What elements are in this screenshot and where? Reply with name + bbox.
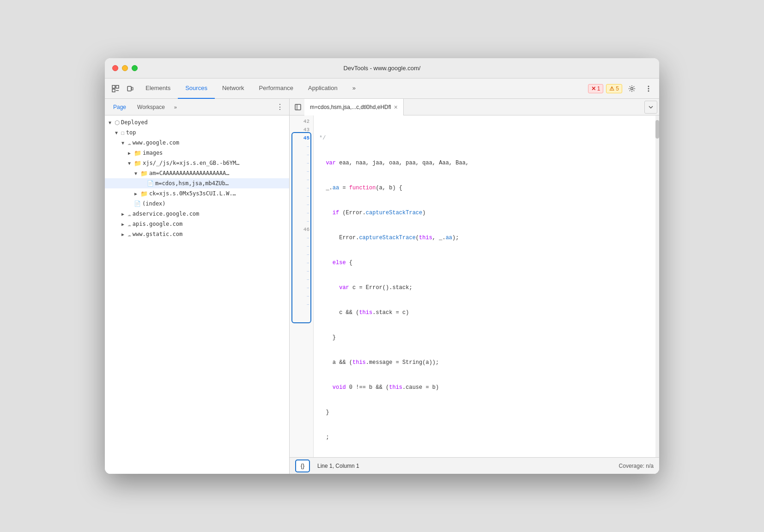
tree-item-top[interactable]: ▼ ☐ top	[105, 127, 289, 138]
inspect-icon[interactable]	[109, 82, 122, 96]
code-line-d4: var c = Error().stack;	[319, 284, 650, 292]
line-d9: –	[290, 209, 313, 217]
code-line-d6: }	[319, 333, 650, 342]
line-d11: –	[290, 234, 313, 242]
tab-sources[interactable]: Sources	[178, 79, 215, 99]
toolbar: Elements Sources Network Performance App…	[105, 79, 659, 99]
cloud-icon: ☁	[127, 211, 131, 218]
folder-icon: 📁	[140, 170, 148, 177]
svg-rect-2	[112, 89, 115, 92]
code-tab-label: m=cdos,hsm,jsa,...c,dtl0hd,eHDfl	[310, 104, 391, 110]
tab-performance[interactable]: Performance	[252, 79, 301, 99]
line-d13: –	[290, 250, 313, 259]
code-line-d7: a && (this.message = String(a));	[319, 358, 650, 367]
line-d8: –	[290, 200, 313, 209]
svg-point-9	[648, 90, 649, 91]
chevron-icon: ▼	[134, 171, 139, 176]
svg-rect-10	[295, 104, 301, 110]
sidebar-toggle-icon[interactable]	[291, 101, 304, 114]
svg-point-7	[648, 85, 649, 87]
line-45: 45	[290, 134, 313, 142]
scrollbar[interactable]	[655, 115, 659, 457]
code-tab-bar: m=cdos,hsm,jsa,...c,dtl0hd,eHDfl ×	[290, 99, 659, 115]
line-d16: –	[290, 275, 313, 284]
warning-badge[interactable]: ⚠ 5	[606, 84, 622, 93]
tree-item-images[interactable]: ▶ 📁 images	[105, 148, 289, 158]
line-d5: –	[290, 175, 313, 184]
file-icon: 📄	[147, 180, 154, 187]
code-line-d2: Error.captureStackTrace(this, _.aa);	[319, 234, 650, 242]
sidebar-tab-workspace[interactable]: Workspace	[133, 102, 170, 112]
tree-item-google[interactable]: ▼ ☁ www.google.com	[105, 138, 289, 148]
line-d7: –	[290, 192, 313, 200]
file-icon: 📄	[134, 200, 141, 207]
code-line-42: */	[319, 134, 650, 142]
line-d18: –	[290, 292, 313, 300]
settings-icon[interactable]	[625, 82, 639, 96]
line-d12: –	[290, 242, 313, 250]
line-d17: –	[290, 284, 313, 292]
svg-rect-4	[127, 86, 131, 91]
code-line-d5: c && (this.stack = c)	[319, 308, 650, 317]
chevron-icon: ▶	[134, 191, 139, 196]
code-line-d3: else {	[319, 259, 650, 267]
sidebar-menu-icon[interactable]: ⋮	[274, 102, 285, 112]
line-d4: –	[290, 167, 313, 175]
svg-point-8	[648, 88, 649, 89]
line-d14: –	[290, 259, 313, 267]
sidebar-tab-bar: Page Workspace » ⋮	[105, 99, 289, 115]
chevron-icon: ▼	[121, 140, 126, 145]
cloud-icon: ☁	[127, 231, 131, 238]
menu-icon[interactable]	[642, 82, 655, 96]
code-tab-close[interactable]: ×	[394, 104, 398, 110]
line-d6: –	[290, 184, 313, 192]
error-badge[interactable]: ✕ 1	[588, 84, 604, 93]
tree-item-index[interactable]: 📄 (index)	[105, 199, 289, 209]
svg-rect-0	[112, 85, 115, 88]
titlebar: DevTools - www.google.com/	[105, 58, 659, 79]
code-area[interactable]: 42 43 45 – – – – – – – – – – 46 – – –	[290, 115, 659, 457]
tree-item-ck[interactable]: ▶ 📁 ck=xjs.s.0Mx5ys3sCUI.L.W.…	[105, 188, 289, 199]
cube-icon: ⬡	[115, 119, 120, 126]
tab-network[interactable]: Network	[215, 79, 252, 99]
sidebar-tab-more[interactable]: »	[171, 103, 180, 112]
code-line-d9: }	[319, 408, 650, 417]
close-button[interactable]	[112, 65, 118, 71]
tree-item-adservice[interactable]: ▶ ☁ adservice.google.com	[105, 209, 289, 219]
tree-item-am[interactable]: ▼ 📁 am=CAAAAAAAAAAAAAAAAAAA…	[105, 168, 289, 178]
scrollbar-thumb[interactable]	[655, 120, 659, 139]
code-line-d8: void 0 !== b && (this.cause = b)	[319, 383, 650, 392]
tree-item-xjs[interactable]: ▼ 📁 xjs/_/js/k=xjs.s.en_GB.-b6YM…	[105, 158, 289, 168]
tab-more[interactable]: »	[345, 79, 363, 99]
maximize-button[interactable]	[132, 65, 138, 71]
collapse-panel-icon[interactable]	[644, 101, 657, 114]
sidebar-tab-page[interactable]: Page	[109, 102, 131, 112]
line-d10: –	[290, 217, 313, 225]
line-d15: –	[290, 267, 313, 275]
status-bar: {} Line 1, Column 1 Coverage: n/a	[290, 457, 659, 474]
toolbar-right: ✕ 1 ⚠ 5	[588, 82, 655, 96]
line-numbers: 42 43 45 – – – – – – – – – – 46 – – –	[290, 115, 314, 457]
format-button[interactable]: {}	[295, 459, 310, 472]
svg-rect-1	[116, 85, 119, 88]
line-46: 46	[290, 225, 313, 234]
tab-application[interactable]: Application	[301, 79, 345, 99]
line-43: 43	[290, 126, 313, 134]
line-d19: –	[290, 300, 313, 308]
tree-item-active-file[interactable]: 📄 m=cdos,hsm,jsa,mb4ZUb…	[105, 178, 289, 188]
svg-rect-5	[132, 87, 133, 90]
cloud-icon: ☁	[127, 221, 131, 228]
tree-item-gstatic[interactable]: ▶ ☁ www.gstatic.com	[105, 229, 289, 239]
chevron-icon: ▶	[121, 232, 126, 237]
device-icon[interactable]	[123, 82, 137, 96]
sidebar: Page Workspace » ⋮ ▼ ⬡ Deployed ▼ ☐ top	[105, 99, 290, 474]
code-tab-active[interactable]: m=cdos,hsm,jsa,...c,dtl0hd,eHDfl ×	[304, 99, 404, 115]
code-content[interactable]: */ var eaa, naa, jaa, oaa, paa, qaa, Aaa…	[314, 115, 655, 457]
tab-elements[interactable]: Elements	[138, 79, 178, 99]
tree-item-apis[interactable]: ▶ ☁ apis.google.com	[105, 219, 289, 229]
main-content: Page Workspace » ⋮ ▼ ⬡ Deployed ▼ ☐ top	[105, 99, 659, 474]
minimize-button[interactable]	[122, 65, 128, 71]
code-panel: m=cdos,hsm,jsa,...c,dtl0hd,eHDfl × 42 43…	[290, 99, 659, 474]
cube-icon: ☐	[121, 129, 125, 136]
tree-item-deployed[interactable]: ▼ ⬡ Deployed	[105, 117, 289, 127]
